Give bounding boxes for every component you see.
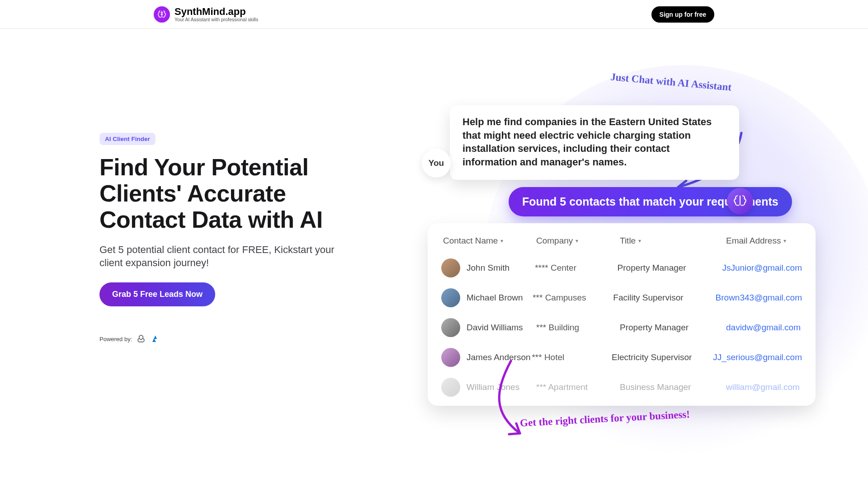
openai-icon	[137, 334, 146, 343]
hero-section: AI Client Finder Find Your Potential Cli…	[0, 29, 868, 343]
ai-avatar-icon	[727, 188, 753, 214]
you-avatar: You	[422, 149, 451, 178]
cell-title: Property Manager	[618, 263, 722, 273]
brand-logo[interactable]: SynthMind.app Your AI Assistant with pro…	[154, 6, 258, 23]
cell-email: JsJunior@gmail.com	[722, 263, 802, 273]
hero-copy: AI Client Finder Find Your Potential Cli…	[99, 47, 353, 343]
table-row[interactable]: David Williams*** BuildingProperty Manag…	[441, 313, 802, 343]
product-badge: AI Client Finder	[99, 133, 156, 145]
avatar	[441, 258, 460, 277]
user-prompt-card: Help me find companies in the Eastern Un…	[450, 105, 739, 180]
cell-name: Michael Brown	[441, 288, 533, 307]
cell-email: davidw@gmail.com	[726, 323, 802, 333]
brand-icon	[154, 6, 170, 23]
chevron-down-icon: ▾	[783, 238, 786, 244]
user-prompt-text: Help me find companies in the Eastern Un…	[462, 116, 712, 168]
cell-title: Facility Supervisor	[613, 293, 715, 303]
cell-name: John Smith	[441, 258, 535, 277]
cell-title: Business Manager	[620, 382, 726, 392]
avatar	[441, 318, 460, 337]
cell-title: Electricity Supervisor	[612, 352, 713, 362]
powered-label: Powered by:	[99, 336, 132, 343]
cta-button[interactable]: Grab 5 Free Leads Now	[99, 282, 215, 306]
hero-illustration: Just Chat with AI Assistant Help me find…	[425, 70, 868, 476]
arrow-bottom-icon	[479, 359, 570, 445]
cell-company: *** Building	[536, 323, 620, 333]
col-company[interactable]: Company▾	[536, 236, 620, 246]
azure-icon	[150, 334, 159, 343]
table-header: Contact Name▾ Company▾ Title▾ Email Addr…	[441, 231, 802, 253]
cell-company: **** Center	[535, 263, 617, 273]
signup-button[interactable]: Sign up for free	[651, 6, 714, 23]
cell-name: David Williams	[441, 318, 536, 337]
chevron-down-icon: ▾	[638, 238, 641, 244]
avatar	[441, 378, 460, 397]
site-header: SynthMind.app Your AI Assistant with pro…	[0, 0, 868, 29]
hero-headline: Find Your Potential Clients' Accurate Co…	[99, 154, 353, 233]
cell-email: JJ_serious@gmail.com	[713, 352, 802, 362]
avatar	[441, 288, 460, 307]
avatar	[441, 348, 460, 367]
col-title[interactable]: Title▾	[620, 236, 726, 246]
cell-email: Brown343@gmail.com	[716, 293, 802, 303]
cell-title: Property Manager	[620, 323, 726, 333]
table-row[interactable]: Michael Brown*** CampusesFacility Superv…	[441, 283, 802, 313]
cell-company: *** Campuses	[533, 293, 613, 303]
chevron-down-icon: ▾	[576, 238, 578, 244]
powered-by: Powered by:	[99, 334, 353, 343]
hero-subcopy: Get 5 potential client contact for FREE,…	[99, 243, 353, 270]
brand-tagline: Your AI Assistant with professional skil…	[175, 17, 258, 22]
col-email[interactable]: Email Address▾	[726, 236, 802, 246]
chevron-down-icon: ▾	[500, 238, 503, 244]
table-row[interactable]: John Smith**** CenterProperty ManagerJsJ…	[441, 253, 802, 283]
cell-email: william@gmail.com	[726, 382, 802, 392]
brand-name: SynthMind.app	[175, 6, 258, 17]
col-name[interactable]: Contact Name▾	[441, 236, 536, 246]
